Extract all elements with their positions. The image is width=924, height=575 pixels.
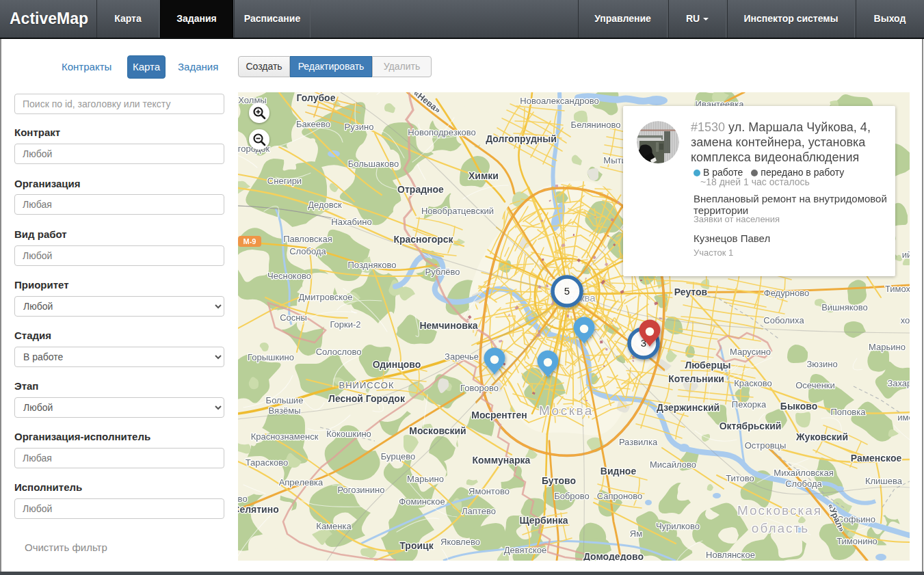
svg-text:Коммунарка: Коммунарка <box>473 455 531 466</box>
svg-text:Тарасково: Тарасково <box>246 457 289 468</box>
svg-text:Новобратцевский: Новобратцевский <box>421 206 494 216</box>
svg-text:Соболиха: Соболиха <box>763 315 804 325</box>
svg-text:Рузино: Рузино <box>345 122 374 132</box>
svg-text:Красногорск: Красногорск <box>393 234 453 245</box>
svg-text:Зюзино: Зюзино <box>806 359 837 369</box>
svg-text:Быково: Быково <box>780 401 817 412</box>
svg-text:Клишева: Клишева <box>865 476 903 486</box>
svg-text:Марьино: Марьино <box>869 342 906 352</box>
svg-text:Лесной Городок: Лесной Городок <box>328 393 406 404</box>
svg-text:Фоминское: Фоминское <box>399 496 445 507</box>
svg-text:5: 5 <box>564 285 570 297</box>
svg-text:Снегири: Снегири <box>267 176 302 186</box>
svg-text:Апрелевка: Апрелевка <box>279 477 324 487</box>
svg-text:Говорово: Говорово <box>460 383 499 393</box>
svg-text:Слобода: Слобода <box>785 479 822 489</box>
svg-text:Мосрентген: Мосрентген <box>471 410 527 420</box>
svg-text:Яковлево: Яковлево <box>440 537 480 547</box>
svg-text:Новоалександрово: Новоалександрово <box>520 96 598 106</box>
svg-text:Нахабино: Нахабино <box>331 217 371 227</box>
svg-text:Новоподрезково: Новоподрезково <box>408 127 475 137</box>
svg-text:ВНИИССОК: ВНИИССОК <box>339 380 395 390</box>
svg-text:Горышкино: Горышкино <box>248 352 294 362</box>
svg-text:Поповка: Поповка <box>831 407 867 417</box>
svg-text:хов: хов <box>901 315 910 325</box>
svg-text:Девятское: Девятское <box>504 545 546 555</box>
svg-text:име: име <box>897 412 910 423</box>
svg-text:Дедовск: Дедовск <box>308 200 342 210</box>
svg-text:Сосны: Сосны <box>280 312 307 323</box>
svg-text:Октябрьский: Октябрьский <box>720 420 782 431</box>
svg-text:М-9: М-9 <box>243 237 256 245</box>
svg-text:Ям: Ям <box>630 529 642 539</box>
svg-text:область: область <box>752 521 809 535</box>
svg-text:Марьино: Марьино <box>407 474 444 484</box>
svg-text:Горки-2: Горки-2 <box>330 319 360 330</box>
svg-text:Боброво: Боброво <box>554 491 590 501</box>
svg-text:Заречье: Заречье <box>445 351 479 362</box>
svg-text:Московский: Московский <box>409 425 466 436</box>
svg-text:Селятино: Селятино <box>238 504 279 515</box>
svg-text:Развилка: Развилка <box>619 437 658 447</box>
svg-text:Поздняково: Поздняково <box>348 260 397 270</box>
svg-text:Долгопрудный: Долгопрудный <box>486 133 557 144</box>
svg-text:Дзержинский: Дзержинский <box>657 402 720 413</box>
svg-text:ий: ий <box>902 250 910 260</box>
svg-text:Каменка: Каменка <box>316 521 352 531</box>
svg-text:Бурцево: Бурцево <box>381 451 415 462</box>
svg-text:Осеченки: Осеченки <box>795 380 835 390</box>
svg-text:Павловская: Павловская <box>283 234 332 244</box>
svg-text:Федурново: Федурново <box>764 288 809 298</box>
svg-text:Рублёво: Рублёво <box>425 267 460 277</box>
svg-text:Островцы: Островцы <box>745 440 787 451</box>
svg-text:Раменское: Раменское <box>851 453 902 464</box>
svg-text:Московская: Московская <box>737 503 822 518</box>
svg-text:Химки: Химки <box>468 170 499 181</box>
svg-text:Домодедово: Домодедово <box>583 551 644 561</box>
svg-text:Беляниново: Беляниново <box>571 120 621 130</box>
svg-text:Красково: Красково <box>734 378 772 388</box>
svg-text:Кокошкино: Кокошкино <box>326 429 371 439</box>
svg-text:Голубое: Голубое <box>297 92 336 103</box>
svg-text:Бакеево: Бакеево <box>296 119 330 129</box>
svg-text:Ямонтово: Ямонтово <box>468 486 510 496</box>
svg-text:Мисайлово: Мисайлово <box>650 459 696 470</box>
svg-text:Слобода: Слобода <box>289 246 326 256</box>
svg-text:Реутов: Реутов <box>674 286 708 297</box>
svg-text:Одинцово: Одинцово <box>373 359 421 370</box>
svg-text:Михайловская: Михайловская <box>774 468 833 478</box>
svg-text:Солослово: Солослово <box>316 347 362 357</box>
svg-text:Чурилково: Чурилково <box>656 521 700 531</box>
svg-text:Дмитровское: Дмитровское <box>299 292 353 302</box>
svg-text:Захарово: Захарово <box>887 378 910 388</box>
svg-text:Немчиновка: Немчиновка <box>419 320 477 331</box>
svg-text:Бутово: Бутово <box>542 475 576 486</box>
svg-text:Вязёмы: Вязёмы <box>268 405 300 416</box>
svg-text:Тимохово: Тимохово <box>885 284 910 294</box>
svg-text:Троицк: Троицк <box>399 540 434 551</box>
svg-text:Люберцы: Люберцы <box>685 360 730 371</box>
svg-text:Жуковский: Жуковский <box>795 431 848 442</box>
svg-text:Краснознаменск: Краснознаменск <box>251 431 319 442</box>
svg-text:Большаково: Большаково <box>348 159 399 169</box>
svg-text:Пехорка: Пехорка <box>732 399 767 410</box>
svg-text:Новлянское: Новлянское <box>706 550 755 560</box>
svg-text:Щербинка: Щербинка <box>519 515 568 526</box>
svg-text:Вишняково: Вишняково <box>821 302 868 312</box>
svg-text:Лаптево: Лаптево <box>462 506 496 516</box>
svg-text:Москва: Москва <box>539 403 594 418</box>
svg-text:Рогозинино: Рогозинино <box>338 485 385 495</box>
svg-text:Тимонино: Тимонино <box>836 536 877 546</box>
svg-text:Отрадное: Отрадное <box>397 184 444 195</box>
svg-text:Котельники: Котельники <box>668 373 724 384</box>
svg-text:Марусино: Марусино <box>730 347 771 357</box>
svg-text:Видное: Видное <box>600 466 637 477</box>
svg-text:Титово: Титово <box>726 473 754 483</box>
svg-text:Чесноково: Чесноково <box>267 271 311 281</box>
svg-text:ово: ово <box>238 494 248 504</box>
svg-text:Большие: Большие <box>266 395 304 405</box>
svg-text:Сапроново: Сапроново <box>597 491 643 501</box>
